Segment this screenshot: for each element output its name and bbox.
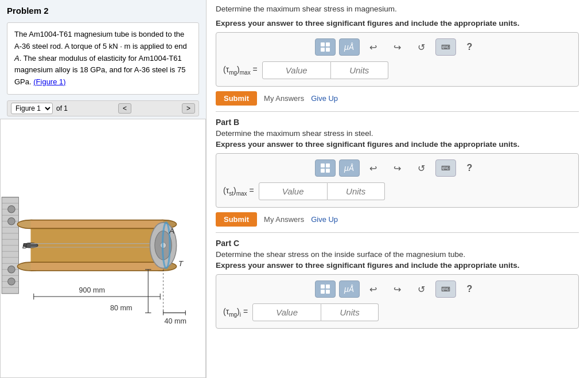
svg-point-22 bbox=[8, 278, 15, 285]
part-c-redo-button[interactable]: ↪ bbox=[387, 280, 408, 298]
part-a-answer-box: μÅ ↩ ↪ ↺ ⌨ ? (τmg)max = bbox=[216, 32, 579, 87]
figure-of-label: of 1 bbox=[56, 104, 68, 112]
part-c-grid-button[interactable] bbox=[315, 280, 336, 298]
svg-rect-30 bbox=[31, 262, 163, 271]
part-c-value-input[interactable] bbox=[252, 303, 321, 321]
part-c-section: Part C Determine the shear stress on the… bbox=[216, 239, 579, 329]
part-b-units-input[interactable] bbox=[328, 182, 385, 200]
part-c-input-row: (τmg)i = bbox=[223, 303, 571, 321]
part-b-action-row: Submit My Answers Give Up bbox=[216, 212, 579, 227]
part-b-undo-button[interactable]: ↩ bbox=[363, 159, 384, 177]
part-a-toolbar: μÅ ↩ ↪ ↺ ⌨ ? bbox=[223, 38, 571, 56]
part-c-undo-button[interactable]: ↩ bbox=[363, 280, 384, 298]
part-c-equation: (τmg)i = bbox=[223, 307, 248, 318]
svg-point-20 bbox=[8, 217, 15, 225]
part-b-section: Part B Determine the maximum shear stres… bbox=[216, 118, 579, 227]
part-a-redo-button[interactable]: ↪ bbox=[387, 38, 408, 56]
figure-select[interactable]: Figure 1 bbox=[11, 103, 53, 114]
part-b-toolbar: μÅ ↩ ↪ ↺ ⌨ ? bbox=[223, 159, 571, 177]
part-a-help-button[interactable]: ? bbox=[460, 38, 480, 56]
figure-svg: B A T 900 mm 80 mm 40 mm bbox=[1, 119, 205, 377]
part-b-refresh-button[interactable]: ↺ bbox=[411, 159, 432, 177]
part-c-grid-icon bbox=[321, 285, 330, 294]
part-b-mu-button[interactable]: μÅ bbox=[339, 159, 360, 177]
part-a-mu-button[interactable]: μÅ bbox=[339, 38, 360, 56]
part-b-my-answers: My Answers bbox=[264, 215, 304, 224]
part-c-header: Part C bbox=[216, 239, 579, 248]
part-b-equation: (τst)max = bbox=[223, 186, 254, 197]
part-a-keyboard-button[interactable]: ⌨ bbox=[435, 38, 456, 56]
right-panel: Determine the maximum shear stress in ma… bbox=[207, 0, 588, 378]
part-a-undo-button[interactable]: ↩ bbox=[363, 38, 384, 56]
part-a-input-row: (τmg)max = bbox=[223, 61, 571, 79]
figure-canvas: B A T 900 mm 80 mm 40 mm bbox=[0, 119, 206, 378]
part-b-header: Part B bbox=[216, 118, 579, 127]
part-b-input-row: (τst)max = bbox=[223, 182, 571, 200]
part-b-give-up-link[interactable]: Give Up bbox=[311, 215, 338, 224]
a-label: A bbox=[169, 227, 174, 235]
part-b-keyboard-button[interactable]: ⌨ bbox=[435, 159, 456, 177]
part-c-instruction: Express your answer to three significant… bbox=[216, 261, 579, 270]
top-description: Determine the maximum shear stress in ma… bbox=[216, 5, 579, 13]
part-c-keyboard-button[interactable]: ⌨ bbox=[435, 280, 456, 298]
top-instruction: Express your answer to three significant… bbox=[216, 19, 579, 28]
figure-link[interactable]: (Figure 1) bbox=[33, 77, 65, 86]
part-a-action-row: Submit My Answers Give Up bbox=[216, 91, 579, 106]
svg-rect-25 bbox=[31, 220, 163, 229]
part-b-redo-button[interactable]: ↪ bbox=[387, 159, 408, 177]
svg-rect-33 bbox=[31, 228, 163, 262]
part-a-equation: (τmg)max = bbox=[223, 65, 258, 76]
part-c-mu-button[interactable]: μÅ bbox=[339, 280, 360, 298]
part-c-desc: Determine the shear stress on the inside… bbox=[216, 250, 579, 259]
divider-ab bbox=[216, 111, 579, 112]
part-a-value-input[interactable] bbox=[262, 61, 331, 79]
svg-point-21 bbox=[8, 266, 15, 273]
part-a-refresh-button[interactable]: ↺ bbox=[411, 38, 432, 56]
part-a-units-input[interactable] bbox=[331, 61, 388, 79]
dim-40: 40 mm bbox=[165, 317, 186, 325]
problem-text: The Am1004-T61 magnesium tube is bonded … bbox=[14, 30, 187, 86]
svg-point-19 bbox=[8, 205, 15, 213]
part-b-answer-box: μÅ ↩ ↪ ↺ ⌨ ? (τst)max = bbox=[216, 153, 579, 208]
part-b-instruction: Express your answer to three significant… bbox=[216, 140, 579, 149]
figure-controls: Figure 1 of 1 < > bbox=[7, 100, 199, 116]
part-c-units-input[interactable] bbox=[321, 303, 379, 321]
b-label: B bbox=[22, 241, 28, 250]
divider-bc bbox=[216, 232, 579, 233]
part-b-desc: Determine the maximum shear stress in st… bbox=[216, 129, 579, 138]
part-a-grid-button[interactable] bbox=[315, 38, 336, 56]
nav-next-button[interactable]: > bbox=[182, 103, 195, 114]
part-b-help-button[interactable]: ? bbox=[460, 159, 480, 177]
part-b-value-input[interactable] bbox=[259, 182, 328, 200]
part-a-submit-button[interactable]: Submit bbox=[216, 91, 257, 106]
left-panel: Problem 2 The Am1004-T61 magnesium tube … bbox=[0, 0, 207, 378]
part-a-give-up-link[interactable]: Give Up bbox=[311, 94, 338, 103]
problem-title: Problem 2 bbox=[0, 0, 206, 19]
dim-900: 900 mm bbox=[79, 286, 106, 294]
nav-prev-button[interactable]: < bbox=[118, 103, 131, 114]
part-b-grid-icon bbox=[321, 163, 330, 173]
problem-text-box: The Am1004-T61 magnesium tube is bonded … bbox=[7, 22, 199, 95]
part-a-my-answers: My Answers bbox=[264, 94, 304, 103]
dim-80: 80 mm bbox=[110, 304, 133, 312]
part-c-toolbar: μÅ ↩ ↪ ↺ ⌨ ? bbox=[223, 280, 571, 298]
part-c-help-button[interactable]: ? bbox=[460, 280, 480, 298]
part-c-answer-box: μÅ ↩ ↪ ↺ ⌨ ? (τmg)i = bbox=[216, 274, 579, 329]
grid-icon bbox=[321, 42, 330, 52]
part-b-submit-button[interactable]: Submit bbox=[216, 212, 257, 227]
part-b-grid-button[interactable] bbox=[315, 159, 336, 177]
part-c-refresh-button[interactable]: ↺ bbox=[411, 280, 432, 298]
